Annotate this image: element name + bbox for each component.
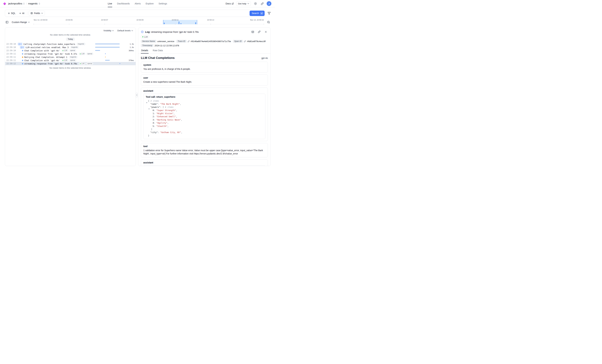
chevron-down-icon — [28, 22, 30, 23]
log-row[interactable]: 22:59:10 Chat Completion with 'gpt-4o' L… — [5, 49, 136, 52]
row-icon-slot: 6 — [18, 43, 22, 45]
panel-resize-handle[interactable] — [136, 93, 138, 97]
log-message: streaming response from 'gpt-4o' took 0.… — [24, 62, 77, 65]
user-avatar[interactable]: J — [267, 1, 271, 6]
visibility-dropdown[interactable]: Visibility — [103, 29, 114, 32]
panel-left-icon — [6, 21, 9, 24]
json-items-count: 3 items — [149, 100, 159, 102]
meta-line-1: Service Name unknown_service Trace ID #9… — [141, 40, 268, 43]
json-line: "name": "The Bark Night", — [148, 103, 263, 105]
top-nav: jackmpcollins / magentic Live Dashboards… — [0, 0, 275, 7]
json-punctuation: ] — [151, 128, 152, 130]
tab-dashboards[interactable]: Dashboards — [117, 0, 130, 7]
message-tool: tool 1 validation error for Superhero na… — [141, 143, 268, 157]
tab-settings[interactable]: Settings — [159, 0, 167, 7]
span-duration: 384ms — [126, 50, 134, 52]
log-badges: magentic — [69, 56, 78, 58]
json-line: } — [148, 134, 263, 137]
fields-label: Fields — [34, 12, 40, 14]
json-key: 3 — [153, 119, 154, 121]
copy-link-button[interactable] — [257, 30, 261, 34]
message-role: tool — [143, 145, 265, 148]
filter-button[interactable] — [268, 12, 271, 15]
timeline-baseline — [34, 24, 264, 24]
json-key: 1 — [153, 112, 154, 115]
service-name-value: unknown_service — [157, 40, 174, 42]
timeline-selection[interactable] — [163, 20, 197, 24]
json-line: 2: "Enhanced Smell", — [148, 115, 263, 118]
log-row[interactable]: 22:59:11 Chat Completion with 'gpt-4o' L… — [5, 59, 136, 62]
span-bar — [95, 47, 120, 48]
histogram-bar — [179, 21, 179, 24]
green-dot-icon — [63, 60, 63, 61]
warning-diamond-icon — [22, 56, 23, 58]
service-name-label: Service Name — [141, 40, 156, 43]
docs-link[interactable]: Docs — [226, 2, 234, 5]
theme-toggle-button[interactable] — [253, 1, 258, 6]
json-string-value: "Gotham City, NY" — [160, 131, 181, 134]
service-name-field: Service Name unknown_service — [141, 40, 174, 43]
dataset-switcher[interactable]: magentic — [28, 2, 40, 5]
tab-explore[interactable]: Explore — [146, 0, 154, 7]
tab-raw-data[interactable]: Raw Data — [152, 49, 163, 53]
zoom-out-button[interactable] — [266, 20, 271, 24]
log-timestamp: 22:59:10 — [6, 43, 18, 45]
collapse-sidebar-button[interactable] — [5, 20, 9, 24]
timeline-canvas[interactable]: Nov 12, 22:59:0322:59:0522:59:0722:59:09… — [34, 19, 264, 26]
json-punctuation: : — [154, 119, 156, 121]
ai-mode-button[interactable]: AI — [18, 11, 26, 15]
magentic-logo-icon[interactable] — [3, 2, 6, 5]
json-punctuation: : — [154, 122, 156, 124]
span-bar-track — [95, 60, 126, 61]
timeline-tick-label: 22:59:09 — [137, 19, 143, 21]
query-input[interactable] — [45, 10, 249, 17]
get-help-button[interactable]: Get help — [236, 1, 251, 6]
span-diamond-icon — [22, 50, 23, 51]
collapsed-span-count[interactable]: 5 — [20, 46, 24, 49]
json-punctuation: : [ — [160, 106, 164, 108]
breadcrumb-separator: / — [26, 2, 27, 5]
sql-mode-button[interactable]: SQL — [6, 11, 17, 15]
span-duration: 370ms — [126, 59, 134, 62]
message-content: Create a new superhero named The Bark Ni… — [143, 80, 265, 83]
log-row[interactable]: 22:59:10 5 LLM-assisted retries enabled.… — [5, 46, 136, 49]
share-link-button[interactable] — [260, 1, 264, 6]
log-row[interactable]: 22:59:10 6 Calling chatprompt-function m… — [5, 42, 136, 46]
levels-dropdown[interactable]: Default levels — [117, 29, 133, 32]
json-key: "city" — [150, 131, 158, 134]
fields-dropdown[interactable]: Fields — [29, 11, 45, 16]
close-detail-button[interactable] — [264, 30, 268, 34]
log-message: Chat Completion with 'gpt-4o' — [24, 59, 60, 62]
span-bar — [95, 50, 100, 51]
sql-label: SQL — [11, 12, 15, 14]
timeline-tick-mark — [140, 23, 140, 25]
json-line: 1: "Night Vision", — [148, 112, 263, 115]
tab-alerts[interactable]: Alerts — [135, 0, 141, 7]
log-row[interactable]: 22:59:11 streaming response from 'gpt-4o… — [5, 52, 136, 55]
span-duration: 1.9s — [126, 46, 134, 48]
attr-badge-openai: openai — [86, 52, 93, 55]
org-switcher[interactable]: jackmpcollins — [8, 2, 25, 5]
collapsed-span-count[interactable]: 6 — [18, 43, 22, 45]
log-label: Log: — [145, 31, 150, 33]
json-string-value: "Agility" — [156, 122, 167, 124]
table-view-button[interactable] — [251, 30, 255, 34]
attr-badge-llm: LLM — [79, 62, 86, 65]
tab-live[interactable]: Live — [108, 0, 112, 7]
detail-body: LLM Chat Completions gpt-4o system You a… — [138, 54, 270, 166]
json-key: "powers" — [150, 106, 160, 108]
trace-id-value[interactable]: #9146a6974e4e6140538043607a71c75e — [191, 40, 231, 42]
time-range-dropdown[interactable]: Custom Range — [11, 20, 31, 24]
search-button[interactable]: Search — [250, 10, 265, 16]
span-id-value[interactable]: #fd81e8f78c4ecc9f — [247, 40, 266, 42]
span-bar — [120, 63, 120, 64]
row-icon-slot — [22, 60, 23, 61]
log-row[interactable]: 22:59:11 Retrying Chat Completion. Attem… — [5, 55, 136, 59]
tab-details[interactable]: Details — [141, 49, 149, 53]
log-row[interactable]: 22:59:12 streaming response from 'gpt-4o… — [5, 62, 136, 65]
log-badges: LLMopenai — [61, 59, 76, 62]
today-pill[interactable]: Today — [66, 38, 75, 41]
sql-icon — [8, 12, 10, 14]
histogram-bar — [181, 23, 181, 24]
json-line: {3 items — [148, 99, 263, 103]
